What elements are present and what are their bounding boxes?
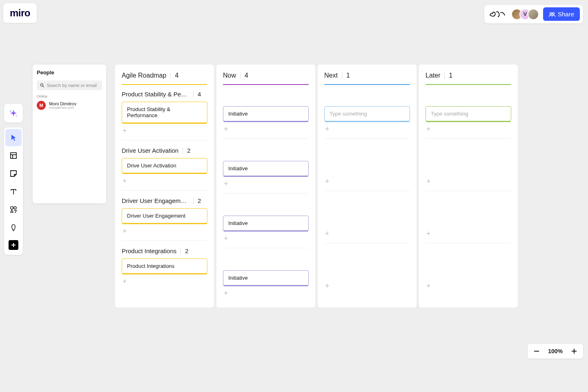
- svg-point-13: [40, 84, 43, 86]
- search-input[interactable]: [47, 83, 99, 88]
- add-card-button[interactable]: +: [223, 233, 309, 248]
- section: Initiative +: [223, 200, 309, 248]
- person-name: Moni Dimitrov: [49, 101, 76, 106]
- section: +: [425, 250, 511, 295]
- add-card-button[interactable]: +: [425, 176, 511, 191]
- zoom-level[interactable]: 100%: [548, 348, 563, 354]
- search-box[interactable]: [37, 80, 102, 90]
- section-title: Product Integrations: [122, 247, 176, 254]
- section-divider: [324, 138, 410, 139]
- header-right: V Share: [484, 5, 583, 23]
- section-title: Product Stability & Perfor…: [122, 91, 189, 98]
- text-tool[interactable]: [5, 183, 22, 200]
- add-card-button[interactable]: +: [425, 281, 511, 295]
- pen-tool[interactable]: [5, 219, 22, 236]
- section-divider: [122, 241, 207, 241]
- add-card-button[interactable]: +: [425, 228, 511, 243]
- template-tool[interactable]: [5, 147, 22, 164]
- section: Type something +: [425, 91, 511, 139]
- divider: [183, 147, 183, 154]
- card-placeholder[interactable]: Type something: [324, 106, 410, 121]
- column-header[interactable]: Now 4: [223, 72, 309, 79]
- divider: [180, 248, 181, 254]
- column-count: 1: [346, 72, 350, 79]
- pen-icon: [9, 223, 18, 232]
- add-card-button[interactable]: +: [223, 178, 309, 193]
- card[interactable]: Initiative: [223, 216, 309, 231]
- divider: [170, 72, 171, 79]
- select-tool[interactable]: [5, 129, 22, 146]
- section: +: [425, 145, 511, 191]
- shapes-tool[interactable]: [5, 201, 22, 218]
- shapes-icon: [9, 205, 18, 214]
- section-header[interactable]: Product Stability & Perfor… 4: [122, 91, 207, 98]
- card-placeholder[interactable]: Type something: [425, 106, 511, 121]
- avatars: V: [511, 9, 539, 20]
- people-panel: People Online M Moni Dimitrov mony@miro.…: [33, 65, 106, 203]
- column-rule: [425, 84, 511, 85]
- card[interactable]: Initiative: [223, 106, 309, 121]
- plus-icon: [11, 242, 16, 248]
- zoom-out-button[interactable]: [532, 346, 541, 356]
- add-card-button[interactable]: +: [122, 276, 207, 291]
- reactions-icon[interactable]: [488, 8, 507, 20]
- svg-rect-9: [11, 207, 13, 209]
- column-count: 4: [175, 72, 178, 79]
- search-icon: [40, 83, 45, 88]
- add-card-button[interactable]: +: [122, 125, 207, 140]
- column-next: Next 1 Type something + + + +: [318, 65, 416, 307]
- column-header[interactable]: Later 1: [425, 72, 511, 79]
- share-button[interactable]: Share: [543, 7, 580, 21]
- card[interactable]: Product Integrations: [122, 258, 207, 274]
- plus-icon: [571, 348, 577, 354]
- card[interactable]: Driver User Engagement: [122, 208, 207, 223]
- column-header[interactable]: Agile Roadmap 4: [122, 72, 207, 79]
- card[interactable]: Product Stability & Performance: [122, 102, 207, 123]
- add-card-button[interactable]: +: [425, 124, 511, 138]
- section: Initiative +: [223, 145, 309, 194]
- add-card-button[interactable]: +: [324, 281, 410, 295]
- add-card-button[interactable]: +: [223, 124, 309, 138]
- add-card-button[interactable]: +: [223, 288, 309, 303]
- column-title: Now: [223, 72, 236, 79]
- ai-tool-button[interactable]: [4, 104, 23, 122]
- section-header[interactable]: Product Integrations 2: [122, 247, 207, 254]
- section-header[interactable]: Drive User Activation 2: [122, 147, 207, 154]
- add-card-button[interactable]: +: [122, 176, 207, 190]
- add-card-button[interactable]: +: [324, 124, 410, 138]
- share-icon: [549, 11, 555, 18]
- section-divider: [122, 190, 207, 191]
- divider: [444, 72, 445, 79]
- card[interactable]: Initiative: [223, 161, 309, 176]
- cursor-icon: [9, 134, 18, 142]
- minus-icon: [533, 348, 540, 354]
- section: +: [324, 145, 410, 191]
- online-label: Online: [37, 94, 102, 98]
- section-header[interactable]: Driver User Engagement 2: [122, 197, 207, 204]
- card[interactable]: Drive User Activation: [122, 158, 207, 173]
- column-header[interactable]: Next 1: [324, 72, 410, 79]
- zoom-in-button[interactable]: [569, 346, 579, 356]
- section: +: [324, 250, 410, 295]
- share-label: Share: [558, 11, 574, 18]
- column-count: 4: [245, 72, 248, 79]
- avatar-3[interactable]: [528, 9, 539, 20]
- add-tool[interactable]: [9, 240, 18, 250]
- sticky-tool[interactable]: [5, 165, 22, 182]
- card[interactable]: Initiative: [223, 270, 309, 285]
- person-email: mony@miro.com: [49, 106, 76, 110]
- logo-box[interactable]: miro: [3, 3, 37, 23]
- section-divider: [122, 140, 207, 140]
- section-divider: [223, 138, 309, 139]
- section-divider: [223, 248, 309, 248]
- column-rule: [122, 84, 207, 85]
- section-count: 2: [187, 147, 190, 154]
- section-divider: [223, 193, 309, 194]
- add-card-button[interactable]: +: [324, 176, 410, 191]
- section-count: 4: [198, 91, 201, 98]
- add-card-button[interactable]: +: [122, 226, 207, 241]
- column-now: Now 4 Initiative + Initiative + Initiati…: [216, 65, 315, 307]
- section-integrations: Product Integrations 2 Product Integrati…: [122, 247, 207, 291]
- add-card-button[interactable]: +: [324, 228, 410, 243]
- person-row[interactable]: M Moni Dimitrov mony@miro.com: [37, 101, 102, 110]
